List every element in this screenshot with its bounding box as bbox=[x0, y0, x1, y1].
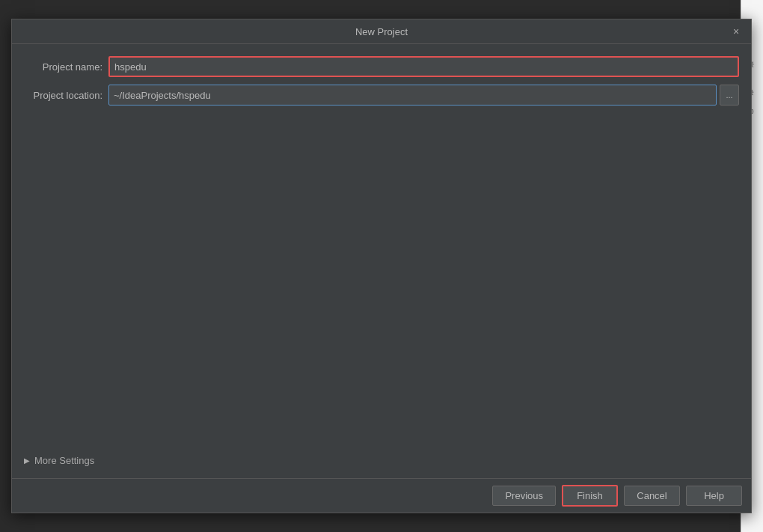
project-location-input[interactable] bbox=[108, 85, 717, 106]
more-settings-label: More Settings bbox=[34, 455, 94, 466]
project-name-row: Project name: bbox=[24, 56, 739, 77]
finish-button[interactable]: Finish bbox=[562, 485, 618, 507]
help-button[interactable]: Help bbox=[686, 486, 742, 506]
previous-button[interactable]: Previous bbox=[492, 486, 556, 506]
cancel-button[interactable]: Cancel bbox=[624, 486, 680, 506]
project-name-wrapper bbox=[108, 56, 739, 77]
browse-button[interactable]: ... bbox=[720, 85, 739, 106]
dialog-titlebar: New Project × bbox=[12, 19, 751, 44]
expand-arrow-icon: ▶ bbox=[24, 456, 30, 465]
dialog-body: Project name: Project location: ... ▶ Mo… bbox=[12, 44, 751, 478]
dialog-overlay: 链接brat/id目录orldJ-20口)0.2.224 New Project… bbox=[0, 0, 763, 532]
close-button[interactable]: × bbox=[730, 25, 742, 37]
project-location-row: Project location: ... bbox=[24, 85, 739, 106]
dialog-title: New Project bbox=[33, 26, 730, 37]
project-location-input-group: ... bbox=[108, 85, 739, 106]
dialog-footer: Previous Finish Cancel Help bbox=[12, 478, 751, 513]
new-project-dialog: New Project × Project name: Project loca… bbox=[11, 19, 752, 513]
project-name-label: Project name: bbox=[24, 61, 102, 73]
project-location-label: Project location: bbox=[24, 90, 102, 101]
body-spacer bbox=[24, 113, 739, 444]
more-settings-row[interactable]: ▶ More Settings bbox=[24, 452, 739, 469]
project-name-input[interactable] bbox=[108, 56, 739, 77]
